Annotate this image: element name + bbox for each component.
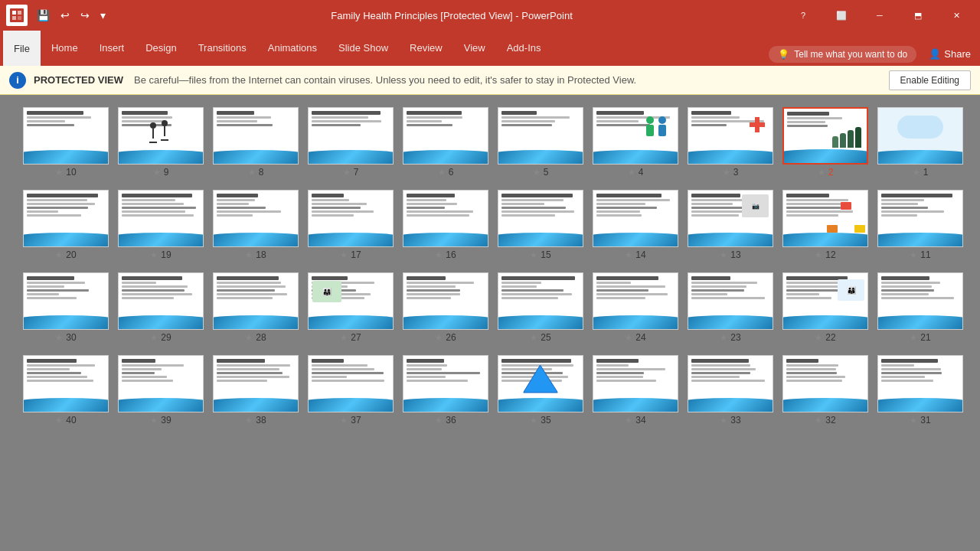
- tab-view[interactable]: View: [453, 31, 496, 66]
- slide-item[interactable]: ★16: [403, 190, 488, 260]
- slide-content: [688, 356, 773, 412]
- slide-item[interactable]: ★23: [688, 272, 773, 343]
- slide-line: [501, 293, 572, 295]
- restore-button[interactable]: ⬒: [900, 3, 936, 28]
- slide-item[interactable]: ★20: [23, 190, 109, 260]
- tab-insert[interactable]: Insert: [89, 31, 136, 66]
- save-button[interactable]: 💾: [34, 8, 53, 23]
- slide-decoration: [214, 398, 298, 412]
- tab-design[interactable]: Design: [135, 31, 187, 66]
- slide-item[interactable]: ★33: [688, 355, 773, 425]
- slide-thumbnail: [403, 355, 488, 412]
- slide-item[interactable]: ★31: [877, 355, 963, 425]
- close-button[interactable]: ✕: [939, 3, 974, 28]
- slide-item[interactable]: 👨‍👩‍👧★27: [308, 272, 394, 343]
- slide-item[interactable]: ★14: [593, 190, 678, 260]
- slide-line: [312, 376, 347, 378]
- slide-item[interactable]: ★28: [213, 272, 299, 343]
- undo-button[interactable]: ↩: [57, 8, 73, 23]
- slide-item[interactable]: ★39: [118, 355, 204, 425]
- slide-content: 📷: [688, 191, 773, 246]
- slide-item[interactable]: ★18: [213, 190, 299, 260]
- slide-line: [217, 285, 286, 288]
- slide-meta: ★19: [150, 249, 171, 260]
- slide-item[interactable]: ★8: [213, 107, 299, 178]
- slide-item[interactable]: ★2: [782, 107, 868, 178]
- redo-button[interactable]: ↪: [77, 8, 93, 23]
- share-button[interactable]: 👤 Share: [923, 45, 977, 63]
- ribbon-display-button[interactable]: ⬜: [824, 3, 859, 28]
- slide-item[interactable]: ★5: [498, 107, 583, 178]
- tab-addins[interactable]: Add-Ins: [496, 31, 552, 66]
- slide-item[interactable]: ★30: [23, 272, 109, 343]
- tab-transitions[interactable]: Transitions: [188, 31, 257, 66]
- slide-line: [217, 368, 279, 370]
- slide-number: 12: [825, 249, 835, 260]
- minimize-button[interactable]: ─: [862, 3, 897, 28]
- slide-line: [786, 376, 845, 378]
- help-button[interactable]: ?: [786, 3, 821, 28]
- slide-content: [498, 108, 583, 164]
- slide-line: [881, 380, 933, 382]
- slide-number: 39: [161, 415, 171, 425]
- slide-item[interactable]: ★26: [403, 272, 488, 343]
- slide-thumbnail: [213, 355, 299, 412]
- tab-file[interactable]: File: [3, 31, 41, 66]
- slide-thumbnail: 👨‍👩‍👧: [308, 272, 394, 330]
- customize-qat-button[interactable]: ▾: [97, 8, 109, 23]
- slide-item[interactable]: ★32: [782, 355, 868, 425]
- slide-item[interactable]: ★24: [593, 272, 678, 343]
- slide-item[interactable]: ★1: [877, 107, 963, 178]
- slide-item[interactable]: ★17: [308, 190, 394, 260]
- slide-item[interactable]: ★15: [498, 190, 583, 260]
- slide-item[interactable]: ★40: [23, 355, 109, 425]
- slide-line: [27, 207, 88, 209]
- slide-item[interactable]: ★3: [688, 107, 773, 178]
- slide-decoration: [593, 150, 678, 164]
- slide-item[interactable]: ★12: [782, 190, 868, 260]
- slide-item[interactable]: ★11: [877, 190, 963, 260]
- slide-decoration: [214, 233, 298, 246]
- slide-item[interactable]: ★6: [403, 107, 488, 178]
- slide-item[interactable]: ★19: [118, 190, 204, 260]
- slide-item[interactable]: ★25: [498, 272, 583, 343]
- slide-item[interactable]: ★21: [877, 272, 963, 343]
- slide-item[interactable]: ★29: [118, 272, 204, 343]
- slide-line: [881, 372, 942, 374]
- slide-thumbnail: [782, 107, 868, 165]
- enable-editing-button[interactable]: Enable Editing: [889, 70, 971, 90]
- slide-line: [786, 199, 848, 201]
- slide-meta: ★32: [815, 415, 835, 425]
- slide-thumbnail: [23, 190, 109, 247]
- slide-item[interactable]: 📷★13: [688, 190, 773, 260]
- slide-line: [122, 359, 155, 363]
- slide-item[interactable]: ★9: [118, 107, 204, 178]
- slide-item[interactable]: ★38: [213, 355, 299, 425]
- svg-rect-7: [658, 125, 666, 136]
- slide-item[interactable]: 👨‍👩‍👦★22: [782, 272, 868, 343]
- slide-line: [312, 120, 381, 122]
- slide-star-icon: ★: [245, 250, 253, 260]
- slide-meta: ★38: [245, 415, 266, 425]
- tab-review[interactable]: Review: [399, 31, 453, 66]
- slide-thumbnail: [213, 107, 299, 165]
- slide-number: 26: [446, 332, 456, 343]
- slide-text-area: [407, 276, 485, 299]
- slide-item[interactable]: ★34: [593, 355, 678, 425]
- slide-line: [27, 380, 93, 382]
- tab-slideshow[interactable]: Slide Show: [328, 31, 399, 66]
- slide-line: [787, 112, 829, 116]
- slide-item[interactable]: ★36: [403, 355, 488, 425]
- slide-item[interactable]: ★37: [308, 355, 394, 425]
- svg-rect-2: [12, 16, 16, 20]
- tab-animations[interactable]: Animations: [257, 31, 328, 66]
- slide-item[interactable]: ★7: [308, 107, 394, 178]
- slide-item[interactable]: ★10: [23, 107, 109, 178]
- slide-thumbnail: [593, 107, 678, 165]
- slide-number: 9: [164, 167, 169, 178]
- tell-me-button[interactable]: 💡 Tell me what you want to do: [769, 46, 916, 63]
- slide-item[interactable]: ★4: [593, 107, 678, 178]
- tab-home[interactable]: Home: [41, 31, 89, 66]
- slide-item[interactable]: ★35: [498, 355, 583, 425]
- slide-line: [407, 359, 444, 363]
